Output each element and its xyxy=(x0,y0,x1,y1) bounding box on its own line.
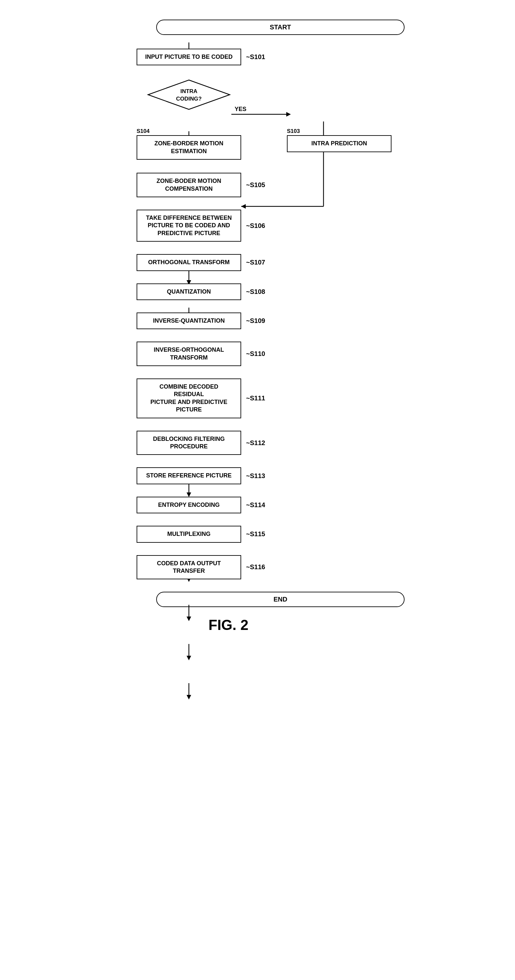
s104-row: ZONE-BORDER MOTIONESTIMATION xyxy=(137,135,241,160)
s111-row: COMBINE DECODED RESIDUALPICTURE AND PRED… xyxy=(110,379,405,418)
s103-label: INTRA PREDICTION xyxy=(311,140,367,146)
s114-label: ENTROPY ENCODING xyxy=(158,501,220,508)
s114-row: ENTROPY ENCODING S114 xyxy=(110,497,405,513)
s109-row: INVERSE-QUANTIZATION S109 xyxy=(110,312,405,329)
s116-row: CODED DATA OUTPUT TRANSFER S116 xyxy=(110,555,405,580)
svg-marker-40 xyxy=(148,80,230,110)
s101-label: INPUT PICTURE TO BE CODED xyxy=(145,54,233,60)
svg-marker-34 xyxy=(187,617,191,621)
start-box: START xyxy=(156,20,405,35)
s108-row: QUANTIZATION S108 xyxy=(110,283,405,300)
s107-step: S107 xyxy=(246,259,265,266)
s108-step: S108 xyxy=(246,288,265,296)
s104-box: ZONE-BORDER MOTIONESTIMATION xyxy=(137,135,241,160)
end-box: END xyxy=(156,592,405,607)
s101-step: S101 xyxy=(246,53,265,61)
s111-box: COMBINE DECODED RESIDUALPICTURE AND PRED… xyxy=(137,379,241,418)
s105-label: ZONE-BODER MOTIONCOMPENSATION xyxy=(156,178,221,192)
s102-diamond-svg: INTRA CODING? xyxy=(147,78,231,111)
s110-row: INVERSE-ORTHOGONALTRANSFORM S110 xyxy=(110,342,405,366)
s101-row: INPUT PICTURE TO BE CODED S101 xyxy=(110,49,405,65)
s106-step: S106 xyxy=(246,222,265,229)
s112-label: DEBLOCKING FILTERINGPROCEDURE xyxy=(153,436,225,450)
s104-label: ZONE-BORDER MOTIONESTIMATION xyxy=(155,140,223,154)
s106-row: TAKE DIFFERENCE BETWEENPICTURE TO BE COD… xyxy=(110,210,405,242)
s115-step: S115 xyxy=(246,530,265,538)
s115-row: MULTIPLEXING S115 xyxy=(110,526,405,542)
s112-step: S112 xyxy=(246,439,265,447)
start-node: START xyxy=(156,20,405,35)
left-branch: S104 ZONE-BORDER MOTIONESTIMATION xyxy=(137,128,241,160)
s106-box: TAKE DIFFERENCE BETWEENPICTURE TO BE COD… xyxy=(137,210,241,242)
s107-box: ORTHOGONAL TRANSFORM xyxy=(137,254,241,271)
s113-label: STORE REFERENCE PICTURE xyxy=(146,472,232,479)
s115-label: MULTIPLEXING xyxy=(167,531,211,537)
s108-box: QUANTIZATION xyxy=(137,283,241,300)
s116-label: CODED DATA OUTPUT TRANSFER xyxy=(157,560,221,574)
s103-step-text: S103 xyxy=(287,128,300,135)
s110-box: INVERSE-ORTHOGONALTRANSFORM xyxy=(137,342,241,366)
s103-area: S103 INTRA PREDICTION xyxy=(287,128,391,152)
s112-row: DEBLOCKING FILTERINGPROCEDURE S112 xyxy=(110,431,405,455)
s112-box: DEBLOCKING FILTERINGPROCEDURE xyxy=(137,431,241,455)
s113-step: S113 xyxy=(246,472,265,480)
figure-label: FIG. 2 xyxy=(209,617,405,633)
end-node: END xyxy=(156,592,405,607)
s105-row: ZONE-BODER MOTIONCOMPENSATION S105 xyxy=(110,173,405,197)
s107-label: ORTHOGONAL TRANSFORM xyxy=(148,259,230,266)
s106-label: TAKE DIFFERENCE BETWEENPICTURE TO BE COD… xyxy=(146,215,232,236)
s116-step: S116 xyxy=(246,563,265,571)
svg-text:INTRA: INTRA xyxy=(180,88,198,94)
s104-label-text: S104 xyxy=(137,128,150,135)
s109-box: INVERSE-QUANTIZATION xyxy=(137,312,241,329)
s110-label: INVERSE-ORTHOGONALTRANSFORM xyxy=(153,347,224,361)
s103-step-label: S103 xyxy=(287,128,300,134)
s111-step: S111 xyxy=(246,395,265,402)
svg-text:CODING?: CODING? xyxy=(176,96,202,102)
s105-box: ZONE-BODER MOTIONCOMPENSATION xyxy=(137,173,241,197)
s110-step: S110 xyxy=(246,350,265,358)
svg-marker-36 xyxy=(187,656,191,660)
s114-box: ENTROPY ENCODING xyxy=(137,497,241,513)
s115-box: MULTIPLEXING xyxy=(137,526,241,542)
s113-row: STORE REFERENCE PICTURE S113 xyxy=(110,467,405,484)
s109-step: S109 xyxy=(246,317,265,325)
s109-label: INVERSE-QUANTIZATION xyxy=(153,317,225,324)
diagram-container: NO YES xyxy=(110,13,405,633)
s114-step: S114 xyxy=(246,501,265,509)
branch-area: S104 ZONE-BORDER MOTIONESTIMATION S103 I… xyxy=(137,128,405,160)
s101-box: INPUT PICTURE TO BE CODED xyxy=(137,49,241,65)
s116-box: CODED DATA OUTPUT TRANSFER xyxy=(137,555,241,580)
s108-label: QUANTIZATION xyxy=(167,288,211,295)
s111-label: COMBINE DECODED RESIDUALPICTURE AND PRED… xyxy=(150,383,227,413)
s107-row: ORTHOGONAL TRANSFORM S107 xyxy=(110,254,405,271)
s105-step: S105 xyxy=(246,181,265,189)
s102-diamond-area: INTRA CODING? xyxy=(147,78,405,112)
s113-box: STORE REFERENCE PICTURE xyxy=(137,467,241,484)
svg-marker-38 xyxy=(187,695,191,700)
s104-step-label: S104 xyxy=(137,128,150,134)
s103-box: INTRA PREDICTION xyxy=(287,135,391,152)
